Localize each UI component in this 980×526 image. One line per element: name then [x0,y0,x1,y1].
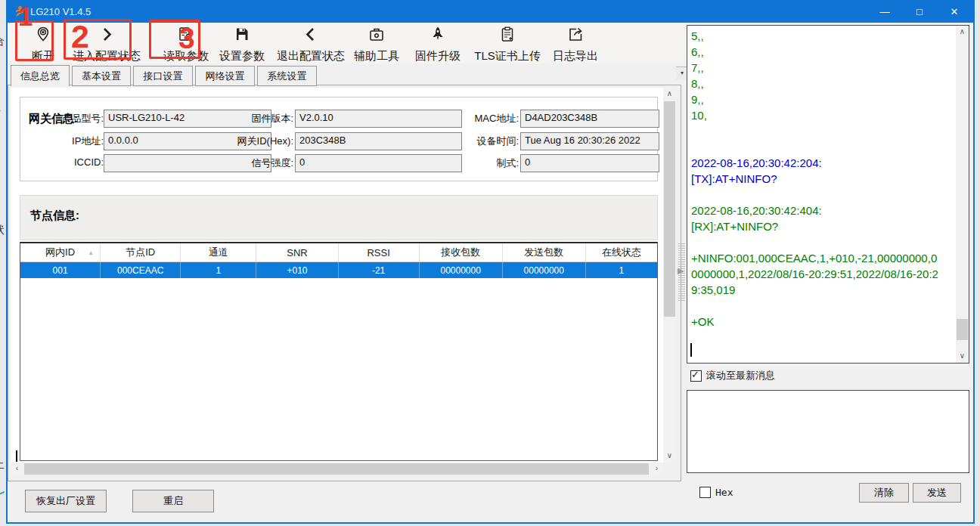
scroll-left-arrow[interactable]: ‹ [11,463,23,475]
window-title: LG210 V1.4.5 [30,6,91,17]
field-label: MAC地址: [436,112,519,125]
scrollbar-thumb[interactable] [664,101,675,317]
log-line: 2022-08-16,20:30:42:204: [691,155,942,171]
column-label: 通道 [209,246,228,259]
clear-button[interactable]: 清除 [859,483,909,503]
tab-label: 基本设置 [82,70,121,83]
table-row-selected[interactable]: 001 000CEAAC 1 +010 -21 00000000 0000000… [20,262,657,278]
tab-basic-settings[interactable]: 基本设置 [72,66,131,86]
content-horizontal-scrollbar[interactable]: ‹ › [11,463,663,475]
checkbox-checked-icon[interactable] [690,370,702,382]
scrollbar-thumb[interactable] [24,463,649,475]
rocket-icon [429,26,447,44]
close-button[interactable]: ✕ [937,0,972,23]
scroll-latest-label: 滚动至最新消息 [706,369,775,382]
log-line: 6,, [691,44,942,60]
send-input-box[interactable] [687,390,969,473]
log-line: 5,, [691,28,942,44]
toolbar-label: 固件升级 [415,49,461,63]
column-header[interactable]: 节点ID [101,243,181,261]
field-label: 信号强度: [210,156,293,170]
column-label: 在线状态 [602,246,641,259]
scroll-down-arrow[interactable]: ∨ [956,350,969,363]
column-header[interactable]: 通道 [181,243,256,261]
edge-fragment: 上 [0,458,5,472]
edge-fragment: 合 [0,35,5,48]
tab-label: 系统设置 [268,70,307,83]
log-line: 9,, [691,91,942,107]
log-vertical-scrollbar[interactable]: ∧ ∨ [956,26,969,363]
log-content: 5,, 6,, 7,, 8,, 9,, 10, 2022-08-16,20:30… [691,28,942,330]
hex-label: Hex [715,487,733,498]
node-table: 网内ID▲ 节点ID 通道 SNR RSSI 接收包数 发送包数 在线状态 00… [20,242,658,461]
log-line [691,123,942,139]
toolbar-label: 设置参数 [219,49,265,63]
scrollbar-thumb[interactable] [957,319,968,340]
column-label: 网内ID [45,246,75,259]
cell-snr: +010 [256,262,338,278]
cell-rssi: -21 [339,262,420,278]
column-label: 发送包数 [524,246,563,259]
annotation-number-3: 3 [178,22,195,55]
log-line: 2022-08-16,20:30:42:404: [691,203,942,218]
chevron-left-icon [302,26,319,44]
column-label: 接收包数 [441,246,480,259]
factory-reset-button[interactable]: 恢复出厂设置 [25,490,107,512]
device-time-field[interactable]: Tue Aug 16 20:30:26 2022 [520,132,659,150]
send-button[interactable]: 发送 [913,483,961,503]
scroll-latest-checkbox-row[interactable]: 滚动至最新消息 [690,369,775,382]
annotation-number-1: 1 [18,2,33,32]
toolbar-label: 辅助工具 [354,49,399,63]
scroll-up-arrow[interactable]: ∧ [956,26,969,39]
column-header[interactable]: SNR [256,243,338,261]
field-label: IP地址: [20,135,104,148]
firmware-upgrade-button[interactable]: 固件升级 [411,24,464,66]
tab-system-settings[interactable]: 系统设置 [257,66,317,86]
content-vertical-scrollbar[interactable]: ∧ ∨ [663,88,676,463]
field-label: 网关ID(Hex): [210,135,293,148]
tab-interface-settings[interactable]: 接口设置 [133,66,193,86]
toolbar-label: 退出配置状态 [277,49,345,63]
restart-button[interactable]: 重启 [132,490,214,512]
maximize-button[interactable]: □ [902,0,937,23]
cell-node-id: 000CEAAC [101,262,181,278]
hex-checkbox-row[interactable]: Hex [699,487,733,498]
aux-tools-button[interactable]: 辅助工具 [350,24,403,66]
column-label: 节点ID [126,246,155,259]
log-line: 7,, [691,60,942,76]
log-export-button[interactable]: 日志导出 [549,24,602,66]
cell-rx-packets: 00000000 [420,262,503,278]
tls-cert-upload-button[interactable]: TLS证书上传 [473,24,542,66]
tab-network-settings[interactable]: 网络设置 [195,66,255,86]
cell-net-id: 001 [20,262,101,278]
field-label: 固件版本: [210,112,293,125]
cell-channel: 1 [181,262,256,278]
column-header[interactable]: 发送包数 [503,243,586,261]
log-line: [TX]:AT+NINFO? [691,171,942,187]
column-label: SNR [287,247,307,258]
field-label: 设备时间: [436,135,519,148]
minimize-button[interactable]: — [867,0,902,23]
mac-address-field[interactable]: D4AD203C348B [520,110,659,128]
column-header[interactable]: RSSI [339,243,420,261]
field-label: 产品型号: [20,112,104,125]
annotation-number-2: 2 [71,18,89,55]
cell-tx-packets: 00000000 [503,262,586,278]
column-header[interactable]: 网内ID▲ [20,243,101,261]
column-header[interactable]: 在线状态 [586,243,657,261]
splitter-collapse-icon[interactable]: ▶ [678,266,684,276]
app-screen: 合 丶 状 上 LG210 V1.4.5 — □ ✕ 断开 ⌄ [0,0,980,526]
network-standard-field[interactable]: 0 [520,154,659,172]
exit-config-button[interactable]: 退出配置状态 [277,24,345,66]
tab-info-overview[interactable]: 信息总览 [11,65,70,86]
log-line [691,234,942,250]
scroll-up-arrow[interactable]: ∧ [663,88,676,101]
scroll-down-arrow[interactable]: ∨ [663,450,676,463]
set-params-button[interactable]: 设置参数 [216,24,268,66]
log-line: +OK [691,314,942,330]
checkbox-unchecked-icon[interactable] [699,487,711,498]
column-header[interactable]: 接收包数 [420,243,503,261]
scroll-right-arrow[interactable]: › [650,463,663,475]
log-output-box[interactable]: 5,, 6,, 7,, 8,, 9,, 10, 2022-08-16,20:30… [687,25,969,364]
field-label: ICCID: [20,156,104,168]
